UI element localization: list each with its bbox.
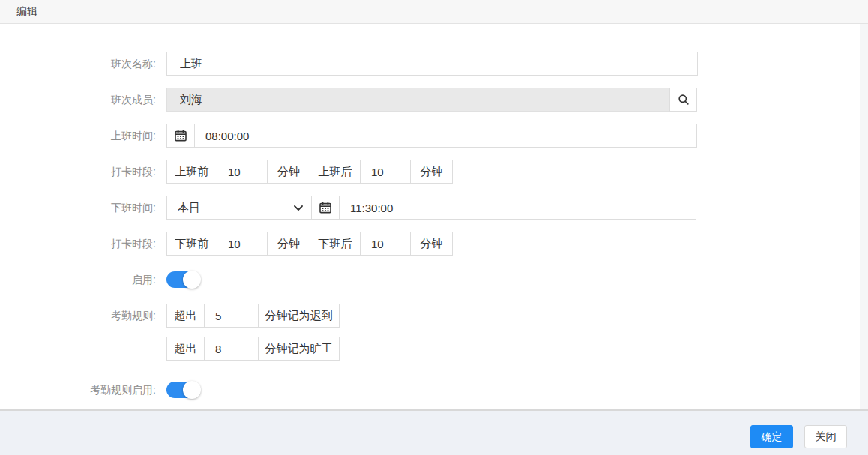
end-time-input[interactable]	[339, 196, 696, 220]
enabled-toggle[interactable]	[166, 271, 199, 288]
enabled-control	[166, 268, 199, 288]
clock-in-after-addon: 上班后	[310, 160, 361, 184]
edit-form: 班次名称: 班次成员: 上班时间:	[0, 24, 868, 402]
start-time-control	[166, 124, 697, 148]
late-rule-input[interactable]	[204, 304, 259, 328]
end-time-label: 下班时间:	[0, 196, 166, 220]
end-time-calendar-addon[interactable]	[311, 196, 340, 220]
calendar-icon	[175, 130, 187, 142]
shift-name-input[interactable]	[166, 52, 698, 76]
enabled-label: 启用:	[0, 268, 166, 292]
end-time-control: 本日	[166, 196, 696, 220]
clock-out-after-unit: 分钟	[410, 232, 453, 256]
toggle-knob	[183, 381, 201, 399]
attendance-rules-label: 考勤规则:	[0, 304, 166, 328]
absent-rule-prefix: 超出	[166, 337, 205, 361]
start-time-input[interactable]	[194, 124, 697, 148]
search-icon	[678, 94, 690, 106]
shift-member-label: 班次成员:	[0, 88, 166, 112]
shift-name-label: 班次名称:	[0, 52, 166, 76]
chevron-down-icon	[294, 205, 303, 211]
clock-in-before-addon: 上班前	[166, 160, 217, 184]
calendar-icon	[319, 202, 331, 214]
form-row-end-time: 下班时间: 本日	[0, 196, 868, 220]
end-day-select[interactable]: 本日	[166, 196, 312, 220]
shift-member-control	[166, 88, 697, 112]
clock-out-before-input[interactable]	[217, 232, 268, 256]
attendance-rules-enabled-control	[166, 378, 199, 398]
form-row-shift-name: 班次名称:	[0, 52, 868, 76]
dialog-footer: 确定 关闭	[0, 409, 868, 455]
clock-in-before-unit: 分钟	[267, 160, 310, 184]
member-search-button[interactable]	[669, 88, 697, 112]
form-row-enabled: 启用:	[0, 268, 868, 292]
attendance-rules-enabled-label: 考勤规则启用:	[0, 378, 166, 402]
close-button[interactable]: 关闭	[804, 425, 847, 448]
toggle-knob	[183, 271, 201, 289]
clock-out-after-input[interactable]	[360, 232, 411, 256]
form-row-attendance-rules-enabled: 考勤规则启用:	[0, 378, 868, 402]
dialog-title: 编辑	[16, 5, 37, 17]
start-time-calendar-addon[interactable]	[166, 124, 195, 148]
clock-in-after-unit: 分钟	[410, 160, 453, 184]
absent-rule-input[interactable]	[204, 337, 259, 361]
form-row-shift-member: 班次成员:	[0, 88, 868, 112]
start-time-label: 上班时间:	[0, 124, 166, 148]
late-rule-prefix: 超出	[166, 304, 205, 328]
clock-in-period-label: 打卡时段:	[0, 160, 166, 184]
form-row-attendance-rules: 考勤规则: 超出 分钟记为迟到 超出 分钟记为旷工	[0, 304, 868, 361]
clock-out-before-unit: 分钟	[267, 232, 310, 256]
late-rule-group: 超出 分钟记为迟到	[166, 304, 340, 328]
confirm-button[interactable]: 确定	[750, 425, 793, 448]
attendance-rules-control: 超出 分钟记为迟到 超出 分钟记为旷工	[166, 304, 340, 361]
clock-in-after-input[interactable]	[360, 160, 411, 184]
end-day-select-value: 本日	[178, 201, 200, 215]
clock-out-period-control: 下班前 分钟 下班后 分钟	[166, 232, 453, 256]
shift-member-input[interactable]	[166, 88, 670, 112]
clock-out-after-addon: 下班后	[310, 232, 361, 256]
form-row-clock-out-period: 打卡时段: 下班前 分钟 下班后 分钟	[0, 232, 868, 256]
clock-out-period-label: 打卡时段:	[0, 232, 166, 256]
form-row-start-time: 上班时间:	[0, 124, 868, 148]
shift-name-control	[166, 52, 698, 76]
clock-in-before-input[interactable]	[217, 160, 268, 184]
clock-out-before-addon: 下班前	[166, 232, 217, 256]
absent-rule-suffix: 分钟记为旷工	[258, 337, 340, 361]
attendance-rules-toggle[interactable]	[166, 382, 199, 398]
absent-rule-group: 超出 分钟记为旷工	[166, 337, 340, 361]
form-row-clock-in-period: 打卡时段: 上班前 分钟 上班后 分钟	[0, 160, 868, 184]
dialog-header: 编辑	[0, 0, 868, 24]
late-rule-suffix: 分钟记为迟到	[258, 304, 340, 328]
clock-in-period-control: 上班前 分钟 上班后 分钟	[166, 160, 453, 184]
scrollbar-gutter	[860, 24, 868, 409]
